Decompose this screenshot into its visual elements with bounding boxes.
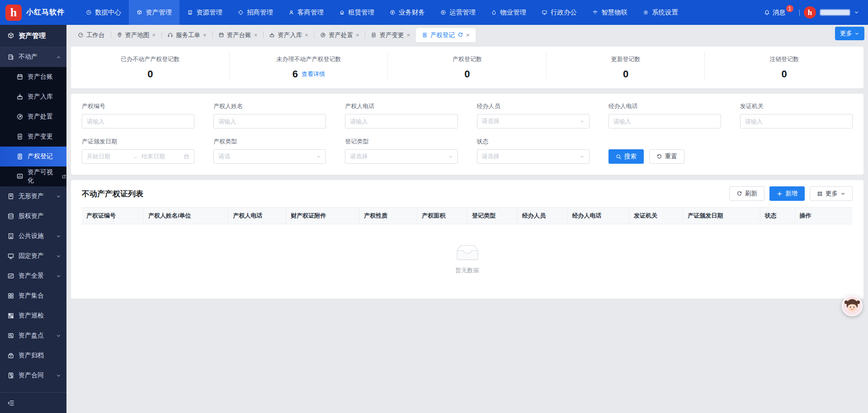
search-icon <box>616 154 622 160</box>
tab-asset-change[interactable]: 资产变更 × <box>365 28 416 42</box>
filter-label: 产权人电话 <box>345 102 458 110</box>
sidebar-item-asset-inspection[interactable]: 资产巡检 <box>0 306 66 326</box>
close-icon[interactable]: × <box>152 32 156 38</box>
handler-phone-input[interactable] <box>609 114 721 128</box>
topnav-item-smart-iot[interactable]: 智慧物联 <box>585 0 635 25</box>
inbox-icon <box>16 93 24 100</box>
sidebar-item-equity-assets[interactable]: 股权资产 <box>0 206 66 226</box>
issuing-authority-input[interactable] <box>740 114 853 128</box>
close-icon[interactable]: × <box>466 32 470 38</box>
assistant-girl-icon <box>843 296 862 315</box>
topnav-item-system-settings[interactable]: 系统设置 <box>635 0 686 25</box>
sidebar-item-label: 资产巡检 <box>19 312 44 320</box>
plus-icon <box>777 191 783 197</box>
target-icon <box>440 9 446 15</box>
sidebar-item-asset-panorama[interactable]: 资产全景 <box>0 266 66 286</box>
monitor-icon <box>542 9 547 15</box>
topnav-item-asset-management[interactable]: 资产管理 <box>129 0 179 25</box>
tab-property-registration[interactable]: 产权登记 × <box>416 28 476 42</box>
sidebar-item-real-estate[interactable]: 不动产 <box>0 47 66 67</box>
messages-label: 消息 <box>773 9 785 17</box>
sidebar-item-asset-collection[interactable]: 资产集合 <box>0 286 66 306</box>
close-icon[interactable]: × <box>254 32 258 38</box>
tab-label: 资产地图 <box>125 31 150 39</box>
assistant-avatar[interactable] <box>842 295 863 316</box>
status-select[interactable]: 请选择 <box>477 149 590 164</box>
topnav-item-leasing-management[interactable]: 租赁管理 <box>331 0 382 25</box>
tab-service-order[interactable]: 服务工单 × <box>161 28 212 42</box>
refresh-icon[interactable] <box>458 32 463 38</box>
column-header: 财产权证附件 <box>286 208 359 224</box>
column-header: 产证颁发日期 <box>683 208 760 224</box>
registration-type-select[interactable]: 请选择 <box>345 149 458 164</box>
topnav-label: 业务财务 <box>399 8 425 17</box>
list-title: 不动产产权证列表 <box>82 189 143 199</box>
topnav-label: 物业管理 <box>500 8 526 17</box>
sidebar-item-asset-ledger[interactable]: 资产台账 <box>0 67 66 87</box>
property-number-input[interactable] <box>82 114 194 128</box>
sidebar-item-label: 不动产 <box>19 53 38 61</box>
reset-button[interactable]: 重置 <box>649 149 684 164</box>
filter-issuing-authority: 发证机关 <box>740 102 853 128</box>
topnav-item-merchant-management[interactable]: 客商管理 <box>281 0 331 25</box>
close-icon[interactable]: × <box>356 32 359 38</box>
topnav-item-business-finance[interactable]: 业务财务 <box>382 0 433 25</box>
filter-buttons: 搜索 重置 <box>609 149 853 164</box>
close-icon[interactable]: × <box>203 32 207 38</box>
issue-date-range-picker[interactable]: 开始日期 → 结束日期 <box>82 149 194 164</box>
stats-card: 已办不动产产权登记数 0 未办理不动产产权登记数 6 查看详情 产权登记数 0 … <box>71 47 863 88</box>
close-icon[interactable]: × <box>406 32 410 38</box>
topnav-item-property-management[interactable]: 物业管理 <box>483 0 534 25</box>
user-avatar[interactable]: h <box>804 6 816 19</box>
sidebar-item-asset-inbound[interactable]: 资产入库 <box>0 87 66 107</box>
sidebar-item-asset-archive[interactable]: 资产归档 <box>0 346 66 366</box>
tab-asset-ledger[interactable]: 资产台账 × <box>212 28 264 42</box>
topnav-item-investment-management[interactable]: 招商管理 <box>230 0 281 25</box>
list-more-button[interactable]: 更多 <box>810 186 853 201</box>
chevron-down-icon[interactable] <box>854 10 859 15</box>
topnav-item-resource-management[interactable]: 资源管理 <box>179 0 230 25</box>
tabs-more-button[interactable]: 更多 <box>835 27 864 40</box>
close-icon[interactable]: × <box>305 32 308 38</box>
tab-asset-inbound[interactable]: 资产入库 × <box>263 28 314 42</box>
app-logo: h <box>5 5 22 21</box>
sidebar-item-asset-inventory[interactable]: 资产盘点 <box>0 326 66 346</box>
view-details-link[interactable]: 查看详情 <box>302 70 325 78</box>
stat-label: 未办理不动产产权登记数 <box>230 55 388 63</box>
tab-workbench[interactable]: 工作台 <box>72 28 111 42</box>
sidebar-item-fixed-assets[interactable]: 固定资产 <box>0 246 66 266</box>
refresh-button[interactable]: 刷新 <box>729 186 764 201</box>
messages-button[interactable]: 消息 1 <box>764 9 795 17</box>
wifi-icon <box>592 9 598 15</box>
tab-asset-disposal[interactable]: 资产处置 × <box>314 28 365 42</box>
sidebar-item-public-facilities[interactable]: 公共设施 <box>0 226 66 246</box>
topbar-right: 消息 1 h <box>764 6 868 19</box>
stat-value: 0 <box>147 68 153 80</box>
owner-name-input[interactable] <box>213 114 326 128</box>
app-title: 小红马软件 <box>26 8 65 17</box>
sidebar-item-asset-visualization[interactable]: 资产可视化 <box>0 166 66 186</box>
select-placeholder: 请选择 <box>350 152 448 161</box>
person-icon <box>288 9 294 15</box>
property-type-select[interactable]: 请选 <box>213 149 326 164</box>
owner-phone-input[interactable] <box>345 114 458 128</box>
sidebar-item-asset-change[interactable]: 资产变更 <box>0 127 66 147</box>
tab-asset-map[interactable]: 资产地图 × <box>111 28 162 42</box>
select-placeholder: 请选择 <box>482 152 580 161</box>
collapse-sidebar-icon[interactable] <box>7 399 14 407</box>
topnav-item-data-center[interactable]: 数据中心 <box>78 0 129 25</box>
topnav-item-operations-management[interactable]: 运营管理 <box>433 0 483 25</box>
sidebar-item-label: 资产处置 <box>28 113 53 121</box>
add-button[interactable]: 新增 <box>769 186 805 201</box>
sidebar-item-asset-disposal[interactable]: 资产处置 <box>0 107 66 127</box>
sidebar-item-property-registration[interactable]: 产权登记 <box>0 147 66 166</box>
handler-select[interactable]: 请选择 <box>477 114 590 128</box>
chevron-down-icon <box>316 154 321 159</box>
sidebar-item-label: 资产可视化 <box>28 168 56 185</box>
sidebar-item-asset-contract[interactable]: 资产合同 <box>0 366 66 385</box>
search-button[interactable]: 搜索 <box>609 149 644 164</box>
topnav-item-admin-office[interactable]: 行政办公 <box>534 0 585 25</box>
select-placeholder: 请选 <box>218 152 316 161</box>
sidebar-item-intangible-assets[interactable]: 无形资产 <box>0 186 66 206</box>
stat-registered: 已办不动产产权登记数 0 <box>71 55 230 80</box>
